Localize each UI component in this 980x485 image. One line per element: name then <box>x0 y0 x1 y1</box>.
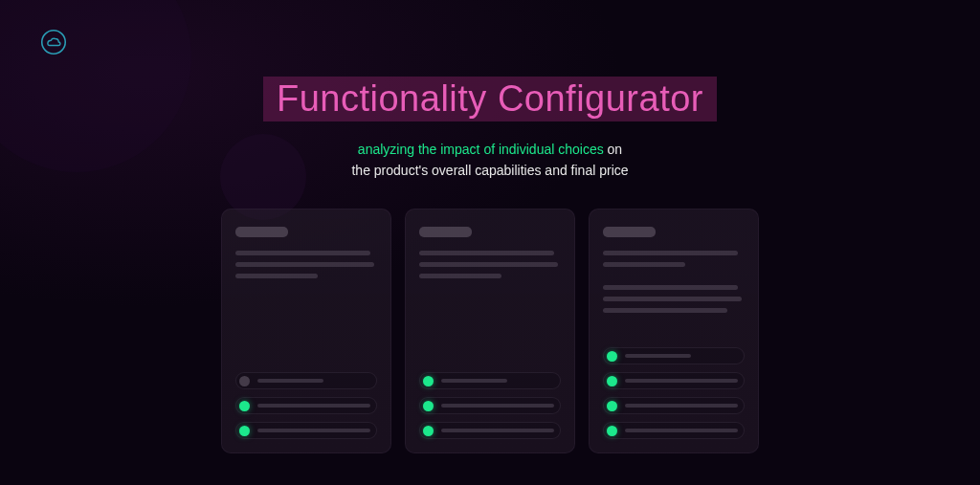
card-title-skeleton <box>603 227 656 237</box>
option-item[interactable] <box>603 372 745 389</box>
card-text-block <box>419 251 561 285</box>
brand-logo <box>40 29 67 55</box>
text-line-skeleton <box>419 262 558 267</box>
option-item[interactable] <box>603 347 745 364</box>
radio-selected-icon <box>607 401 617 411</box>
config-card[interactable] <box>589 209 759 453</box>
text-line-skeleton <box>235 274 318 278</box>
text-line-skeleton <box>603 285 738 290</box>
card-title-skeleton <box>419 227 472 237</box>
text-line-skeleton <box>419 274 501 278</box>
text-line-skeleton <box>235 251 370 255</box>
radio-unselected-icon <box>239 376 250 386</box>
radio-selected-icon <box>423 376 434 386</box>
subtitle-text: on <box>604 142 622 157</box>
spacer <box>235 297 377 372</box>
radio-selected-icon <box>423 401 434 411</box>
page-subtitle: analyzing the impact of individual choic… <box>0 139 980 182</box>
radio-selected-icon <box>423 426 434 436</box>
option-item[interactable] <box>419 372 561 389</box>
text-line-skeleton <box>603 308 727 313</box>
radio-selected-icon <box>607 376 617 386</box>
text-line-skeleton <box>603 262 685 267</box>
cards-row <box>0 209 980 453</box>
option-label-skeleton <box>257 429 370 432</box>
option-label-skeleton <box>441 379 507 383</box>
options-list <box>235 372 377 439</box>
option-label-skeleton <box>625 379 738 383</box>
radio-selected-icon <box>239 401 250 411</box>
text-line-skeleton <box>419 251 554 255</box>
option-item[interactable] <box>419 397 561 414</box>
spacer <box>419 297 561 372</box>
card-text-block <box>603 285 745 320</box>
radio-selected-icon <box>607 351 617 362</box>
options-list <box>603 347 745 439</box>
option-label-skeleton <box>625 354 691 358</box>
card-title-skeleton <box>235 227 288 237</box>
option-item[interactable] <box>235 397 377 414</box>
options-list <box>419 372 561 439</box>
config-card[interactable] <box>405 209 575 453</box>
radio-selected-icon <box>607 426 617 436</box>
card-text-block <box>603 251 745 274</box>
option-label-skeleton <box>625 404 738 408</box>
svg-point-0 <box>42 31 66 55</box>
option-label-skeleton <box>625 429 738 432</box>
option-item[interactable] <box>235 422 377 439</box>
spacer <box>603 331 745 347</box>
cloud-logo-icon <box>40 29 67 55</box>
option-label-skeleton <box>257 379 323 383</box>
subtitle-highlight: analyzing the impact of individual choic… <box>358 142 604 157</box>
option-item[interactable] <box>603 397 745 414</box>
radio-selected-icon <box>239 426 250 436</box>
option-label-skeleton <box>257 404 370 408</box>
option-item[interactable] <box>235 372 377 389</box>
text-line-skeleton <box>603 297 742 301</box>
page-title: Functionality Configurator <box>263 77 717 121</box>
card-text-block <box>235 251 377 285</box>
option-label-skeleton <box>441 404 554 408</box>
subtitle-text: the product's overall capabilities and f… <box>351 163 628 178</box>
text-line-skeleton <box>235 262 374 267</box>
config-card[interactable] <box>221 209 391 453</box>
option-item[interactable] <box>603 422 745 439</box>
hero-section: Functionality Configurator analyzing the… <box>0 77 980 182</box>
option-label-skeleton <box>441 429 554 432</box>
option-item[interactable] <box>419 422 561 439</box>
text-line-skeleton <box>603 251 738 255</box>
